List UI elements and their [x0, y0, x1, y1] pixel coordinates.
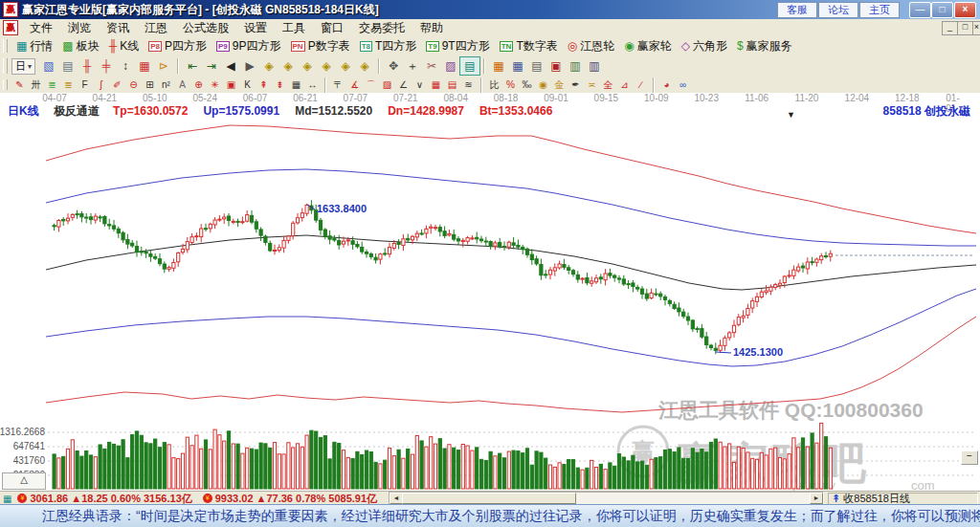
boxed-chart-icon[interactable]: ▣ — [223, 78, 239, 92]
scroll-right-icon[interactable]: ► — [810, 493, 823, 504]
mdi-restore-button[interactable]: □ — [957, 21, 973, 35]
calculator-icon[interactable]: ▦ — [508, 57, 527, 75]
calendar-icon[interactable]: ▦ — [489, 57, 508, 75]
starburst-icon[interactable]: ✳ — [207, 78, 223, 92]
gold-level-icon[interactable]: ≍ — [584, 78, 600, 92]
zoom-all-diamond-icon[interactable]: ◈ — [317, 57, 336, 75]
zoom-h-diamond-icon[interactable]: ◈ — [298, 57, 317, 75]
volume-pane-minimize-button[interactable]: − — [961, 450, 978, 465]
v-line-icon[interactable]: ∨ — [412, 78, 428, 92]
save-icon[interactable]: ▣ — [546, 57, 566, 75]
infinity-blue-icon[interactable]: ∞ — [675, 78, 691, 92]
t-number-table-button[interactable]: TNT数字表 — [495, 37, 563, 55]
scale-toggle-icon[interactable]: ↕ — [116, 57, 135, 75]
percent-tool-icon[interactable]: % — [502, 78, 519, 92]
ratio-tool-icon[interactable]: 比 — [486, 78, 502, 92]
post-tool-icon[interactable]: 〒 — [330, 78, 346, 92]
slope-tool-icon[interactable]: ∕ — [633, 78, 649, 92]
fib-fan-icon[interactable]: F — [77, 78, 93, 92]
box-fill-tool-icon[interactable]: ▨ — [379, 78, 395, 92]
sectors-button[interactable]: ▩板块 — [57, 37, 103, 55]
period-selector[interactable]: 日 ▾ — [11, 58, 35, 75]
arrow-up-icon[interactable]: ⇞ — [256, 78, 272, 92]
zoom-left-diamond-icon[interactable]: ◈ — [259, 57, 278, 75]
gold-all-icon[interactable]: 全 — [600, 78, 616, 92]
p-number-table-button[interactable]: PNP数字表 — [286, 37, 355, 55]
table-red-icon[interactable]: ▤ — [444, 78, 460, 92]
maximize-button[interactable]: □ — [931, 2, 953, 18]
gann-grid-green-icon[interactable]: ≣ — [44, 78, 60, 92]
menu-浏览[interactable]: 浏览 — [60, 20, 99, 36]
gold-line-icon[interactable]: 金 — [551, 78, 568, 92]
span-arrows-icon[interactable]: ↔ — [304, 78, 321, 92]
kline-button[interactable]: ╫K线 — [104, 37, 145, 55]
pen-angle-icon[interactable]: ✐ — [109, 78, 125, 92]
wave-tool-icon[interactable]: ≋ — [460, 78, 477, 92]
close-button[interactable]: × — [954, 2, 976, 18]
menu-设置[interactable]: 设置 — [236, 20, 275, 36]
forum-button[interactable]: 论坛 — [818, 2, 858, 18]
crosshair-circle-icon[interactable]: ⊕ — [190, 78, 207, 92]
hand-tool-icon[interactable]: ✥ — [384, 57, 403, 75]
ellipse-tool-icon[interactable]: ⊖ — [125, 78, 142, 92]
menu-文件[interactable]: 文件 — [22, 20, 60, 36]
crosshair-tool-icon[interactable]: ＋ — [403, 57, 422, 75]
hexagon-button[interactable]: ◇六角形 — [677, 37, 732, 55]
pen-tool-icon[interactable]: ✎ — [11, 78, 28, 92]
info-panel-icon[interactable]: ▤ — [58, 57, 78, 75]
winner-service-button[interactable]: $赢家服务 — [732, 37, 797, 55]
kline-chart-svg[interactable]: 江恩工具软件 QQ:100800360赢赢家聊吧jiaoba.vcom1316.… — [0, 93, 980, 491]
candle-style-a-icon[interactable]: ╫ — [78, 57, 97, 75]
gann-panel-icon[interactable]: ▤ — [460, 57, 479, 75]
kline-window-icon[interactable]: ▦ — [135, 57, 154, 75]
menu-交易委托[interactable]: 交易委托 — [351, 20, 412, 36]
export-icon[interactable]: ▥ — [566, 57, 585, 75]
grid-box-icon[interactable]: ▦ — [288, 78, 304, 92]
toolbar-grip[interactable] — [3, 39, 8, 53]
zoom-right-diamond-icon[interactable]: ◈ — [278, 57, 298, 75]
t-square-button[interactable]: T8T四方形 — [355, 37, 422, 55]
menu-帮助[interactable]: 帮助 — [412, 20, 451, 36]
prev-page-icon[interactable]: ◀ — [221, 57, 240, 75]
spiral-tool-icon[interactable]: ʃ — [93, 78, 109, 92]
grid-ruler-icon[interactable]: ⊞ — [142, 78, 158, 92]
candle-style-b-icon[interactable]: ╪ — [97, 57, 116, 75]
zoom-v-diamond-icon[interactable]: ◈ — [336, 57, 355, 75]
gann-grid-gold-icon[interactable]: ≣ — [60, 78, 77, 92]
quotes-button[interactable]: ▦行情 — [11, 37, 57, 55]
tick-ruler-icon[interactable]: 卅 — [28, 78, 44, 92]
arc-tool-icon[interactable]: ⌒ — [363, 78, 379, 92]
menu-江恩[interactable]: 江恩 — [137, 20, 175, 36]
minimize-button[interactable]: — — [909, 2, 931, 18]
last-page-icon[interactable]: ⇥ — [202, 57, 221, 75]
menu-窗口[interactable]: 窗口 — [313, 20, 351, 36]
p-square-button[interactable]: P8P四方形 — [144, 37, 212, 55]
ink-tool-icon[interactable]: ✒ — [568, 78, 584, 92]
mdi-minimize-button[interactable]: _ — [942, 21, 958, 35]
scrollbar-thumb[interactable] — [402, 493, 576, 504]
zoom-fit-diamond-icon[interactable]: ◈ — [355, 57, 374, 75]
pie-red-icon[interactable]: ◕ — [658, 78, 675, 92]
arrow-down-icon[interactable]: ⇟ — [272, 78, 288, 92]
menu-公式选股[interactable]: 公式选股 — [175, 20, 236, 36]
shanghai-index-icon[interactable]: ¥ — [17, 494, 27, 503]
k-note-icon[interactable]: K — [239, 78, 256, 92]
horizontal-scrollbar[interactable]: ◄ ► — [389, 492, 824, 505]
customer-service-button[interactable]: 客服 — [777, 2, 817, 18]
quotes-grid-icon[interactable]: ▦ — [3, 494, 11, 504]
scroll-left-icon[interactable]: ◄ — [390, 493, 403, 504]
toolbar-grip[interactable] — [3, 79, 8, 91]
menu-工具[interactable]: 工具 — [275, 20, 313, 36]
t9-square-button[interactable]: T99T四方形 — [421, 37, 494, 55]
menu-资讯[interactable]: 资讯 — [99, 20, 137, 36]
chart-type-icon[interactable]: ▧ — [39, 57, 58, 75]
angle-f-icon[interactable]: ⊿ — [616, 78, 633, 92]
gold-circle-icon[interactable]: ◉ — [535, 78, 551, 92]
angle-line-icon[interactable]: ∠ — [395, 78, 412, 92]
homepage-button[interactable]: 主页 — [859, 2, 900, 18]
flag-icon[interactable]: ⊳ — [154, 57, 173, 75]
rays-tool-icon[interactable]: ∡ — [346, 78, 363, 92]
mdi-close-button[interactable]: × — [972, 21, 980, 35]
first-page-icon[interactable]: ⇤ — [183, 57, 202, 75]
grid-red-icon[interactable]: ▦ — [428, 78, 444, 92]
